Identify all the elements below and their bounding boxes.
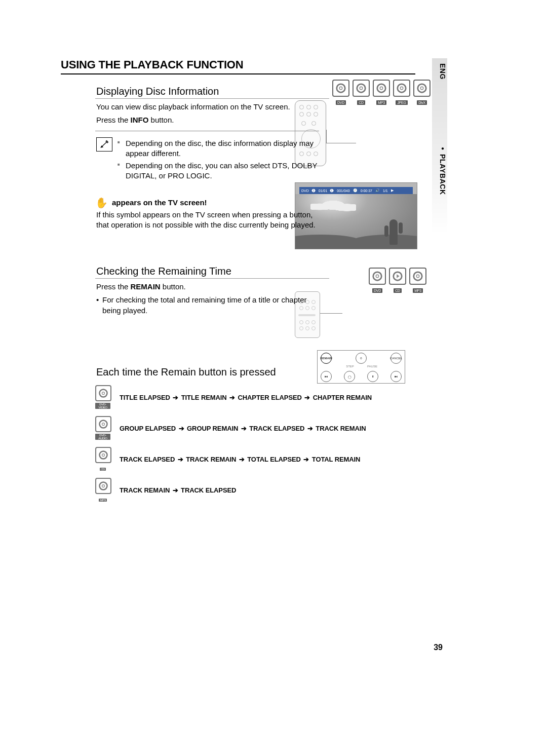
side-tab: ENG PLAYBACK [439,63,447,195]
main-content: USING THE PLAYBACK FUNCTION Displaying D… [61,58,415,509]
svg-point-9 [420,87,423,90]
remain-bullet: For checking the total and remaining tim… [96,295,319,316]
format-icon: CD [95,447,110,472]
remain-sequence-text: GROUP ELAPSED ➔ GROUP REMAIN ➔ TRACK ELA… [120,425,366,432]
remain-sequence-row: CDTRACK ELAPSED ➔ TRACK REMAIN ➔ TOTAL E… [95,447,415,472]
side-tab-lang: ENG [439,63,447,80]
note-item: Depending on the disc, the disc informat… [118,138,319,159]
side-tab-section: PLAYBACK [439,145,447,195]
format-icon: DVD-VIDEO [95,385,110,410]
section-heading: Checking the Remaining Time [95,266,329,279]
section-heading: Displaying Disc Information [95,86,329,99]
press-remain-text: Press the REMAIN button. [95,282,319,292]
remain-sequence-text: TRACK REMAIN ➔ TRACK ELAPSED [120,486,236,494]
remain-sequence-row: DVD-AUDIOGROUP ELAPSED ➔ GROUP REMAIN ➔ … [95,416,415,441]
note-list: Depending on the disc, the disc informat… [118,136,319,183]
hand-warning-heading: ✋ appears on the TV screen! [95,197,415,209]
remain-sequence-list: DVD-VIDEOTITLE ELAPSED ➔ TITLE REMAIN ➔ … [95,385,415,503]
hand-warning-body: If this symbol appears on the TV screen … [95,210,319,231]
svg-point-16 [102,392,105,394]
format-icon: MP3 [95,478,110,503]
note-icon [96,137,112,152]
page-title: USING THE PLAYBACK FUNCTION [61,58,415,74]
format-icon: DVD-AUDIO [95,416,110,441]
svg-point-18 [102,423,105,425]
remain-sequence-row: MP3TRACK REMAIN ➔ TRACK ELAPSED [95,478,415,503]
svg-point-22 [102,484,105,487]
remain-bullet-list: For checking the total and remaining tim… [95,295,319,316]
manual-page: ENG PLAYBACK DVD CD MP3 JPEG DivX MODE E… [0,0,547,756]
hand-icon: ✋ [95,197,108,209]
remain-sequence-row: DVD-VIDEOTITLE ELAPSED ➔ TITLE REMAIN ➔ … [95,385,415,410]
note-item: Depending on the disc, you can also sele… [118,161,319,181]
intro-text: You can view disc playback information o… [95,102,319,112]
note-block: Depending on the disc, the disc informat… [95,131,319,183]
section-heading: Each time the Remain button is pressed [95,366,415,378]
remain-sequence-text: TITLE ELAPSED ➔ TITLE REMAIN ➔ CHAPTER E… [120,394,372,401]
press-info-text: Press the INFO button. [95,115,319,125]
page-number: 39 [434,643,443,652]
svg-point-14 [416,275,419,278]
svg-point-20 [102,453,105,456]
remain-sequence-text: TRACK ELAPSED ➔ TRACK REMAIN ➔ TOTAL ELA… [120,456,360,463]
